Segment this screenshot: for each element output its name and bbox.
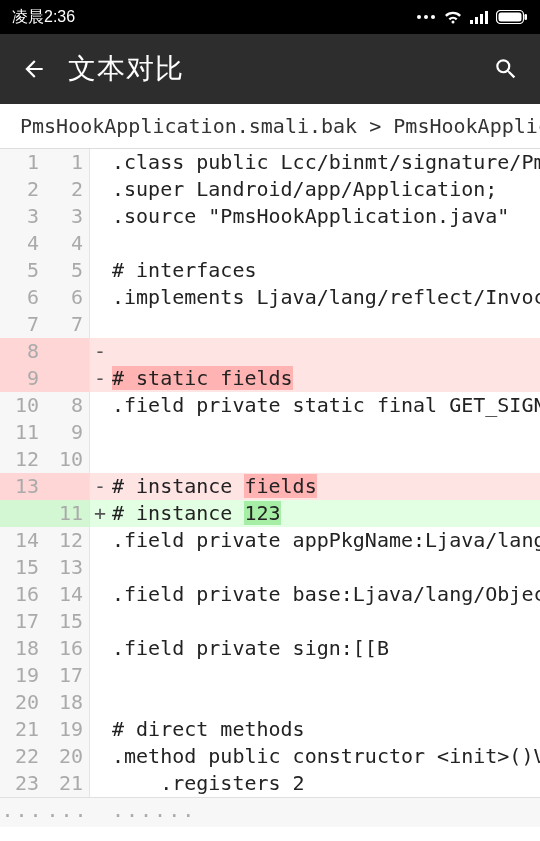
- diff-row[interactable]: 1412 .field private appPkgName:Ljava/lan…: [0, 527, 540, 554]
- diff-highlight-removed: # static fields: [112, 366, 293, 390]
- footer-ell-right: ...: [45, 798, 90, 827]
- line-number-right: 14: [45, 581, 90, 608]
- line-number-left: 18: [0, 635, 45, 662]
- diff-row[interactable]: 2018: [0, 689, 540, 716]
- line-number-right: 20: [45, 743, 90, 770]
- svg-point-2: [431, 15, 435, 19]
- line-number-left: 20: [0, 689, 45, 716]
- diff-sign: [90, 230, 110, 257]
- line-number-right: 21: [45, 770, 90, 797]
- diff-sign: -: [90, 473, 110, 500]
- diff-row[interactable]: 9-# static fields: [0, 365, 540, 392]
- diff-code: [110, 338, 540, 365]
- app-bar: 文本对比: [0, 34, 540, 104]
- diff-row[interactable]: 11+# instance 123: [0, 500, 540, 527]
- diff-sign: [90, 203, 110, 230]
- line-number-right: 19: [45, 716, 90, 743]
- diff-sign: [90, 743, 110, 770]
- line-number-right: [45, 473, 90, 500]
- page-title: 文本对比: [54, 50, 486, 88]
- line-number-left: 14: [0, 527, 45, 554]
- line-number-right: 12: [45, 527, 90, 554]
- svg-point-0: [417, 15, 421, 19]
- diff-row[interactable]: 77: [0, 311, 540, 338]
- diff-sign: [90, 581, 110, 608]
- diff-code: .field private sign:[[B: [110, 635, 540, 662]
- diff-code: [110, 689, 540, 716]
- diff-code: [110, 662, 540, 689]
- line-number-left: 16: [0, 581, 45, 608]
- search-icon: [493, 56, 519, 82]
- search-button[interactable]: [486, 56, 526, 82]
- diff-row[interactable]: 1614 .field private base:Ljava/lang/Obje…: [0, 581, 540, 608]
- back-button[interactable]: [14, 56, 54, 82]
- diff-code: .super Landroid/app/Application;: [110, 176, 540, 203]
- diff-sign: [90, 689, 110, 716]
- diff-sign: [90, 662, 110, 689]
- line-number-left: 3: [0, 203, 45, 230]
- line-number-left: 10: [0, 392, 45, 419]
- diff-code: [110, 311, 540, 338]
- diff-sign: [90, 446, 110, 473]
- line-number-right: 3: [45, 203, 90, 230]
- diff-code: [110, 446, 540, 473]
- line-number-right: [45, 338, 90, 365]
- svg-rect-8: [499, 13, 522, 22]
- diff-code: .field private appPkgName:Ljava/lang/Str: [110, 527, 540, 554]
- wifi-icon: [442, 9, 464, 25]
- diff-highlight-removed: fields: [244, 474, 316, 498]
- diff-code: # instance fields: [110, 473, 540, 500]
- diff-row[interactable]: 1816 .field private sign:[[B: [0, 635, 540, 662]
- status-time: 凌晨2:36: [12, 7, 75, 28]
- footer-ell-left: ...: [0, 798, 45, 827]
- line-number-left: 1: [0, 149, 45, 176]
- diff-row[interactable]: 55 # interfaces: [0, 257, 540, 284]
- diff-row[interactable]: 66 .implements Ljava/lang/reflect/Invoca…: [0, 284, 540, 311]
- svg-rect-3: [470, 20, 473, 24]
- line-number-left: 23: [0, 770, 45, 797]
- diff-sign: [90, 284, 110, 311]
- line-number-left: 7: [0, 311, 45, 338]
- diff-sign: [90, 419, 110, 446]
- diff-row[interactable]: 1917: [0, 662, 540, 689]
- diff-row[interactable]: 33 .source "PmsHookApplication.java": [0, 203, 540, 230]
- line-number-left: 2: [0, 176, 45, 203]
- diff-row[interactable]: 22 .super Landroid/app/Application;: [0, 176, 540, 203]
- diff-row[interactable]: 11 .class public Lcc/binmt/signature/Pms…: [0, 149, 540, 176]
- line-number-right: 6: [45, 284, 90, 311]
- diff-footer[interactable]: ... ... ......: [0, 797, 540, 827]
- diff-code: .field private static final GET_SIGNATUR: [110, 392, 540, 419]
- diff-row[interactable]: 119: [0, 419, 540, 446]
- breadcrumb[interactable]: PmsHookApplication.smali.bak > PmsHookAp…: [0, 104, 540, 149]
- line-number-left: 15: [0, 554, 45, 581]
- diff-code: # direct methods: [110, 716, 540, 743]
- diff-row[interactable]: 1210: [0, 446, 540, 473]
- diff-row[interactable]: 108 .field private static final GET_SIGN…: [0, 392, 540, 419]
- line-number-right: 15: [45, 608, 90, 635]
- line-number-right: 8: [45, 392, 90, 419]
- diff-row[interactable]: 44: [0, 230, 540, 257]
- diff-code: # static fields: [110, 365, 540, 392]
- line-number-left: 9: [0, 365, 45, 392]
- diff-code: .field private base:Ljava/lang/Object;: [110, 581, 540, 608]
- diff-row[interactable]: 2119 # direct methods: [0, 716, 540, 743]
- breadcrumb-right: PmsHookApplication: [393, 114, 540, 138]
- diff-row[interactable]: 8-: [0, 338, 540, 365]
- status-bar: 凌晨2:36: [0, 0, 540, 34]
- diff-code: [110, 419, 540, 446]
- diff-row[interactable]: 13-# instance fields: [0, 473, 540, 500]
- line-number-left: 19: [0, 662, 45, 689]
- line-number-right: 9: [45, 419, 90, 446]
- line-number-right: 10: [45, 446, 90, 473]
- diff-row[interactable]: 2321 .registers 2: [0, 770, 540, 797]
- diff-row[interactable]: 1513: [0, 554, 540, 581]
- diff-row[interactable]: 2220 .method public constructor <init>()…: [0, 743, 540, 770]
- line-number-left: 12: [0, 446, 45, 473]
- line-number-right: 17: [45, 662, 90, 689]
- line-number-left: 13: [0, 473, 45, 500]
- line-number-left: 17: [0, 608, 45, 635]
- line-number-left: 5: [0, 257, 45, 284]
- svg-rect-4: [475, 17, 478, 24]
- diff-viewer[interactable]: 11 .class public Lcc/binmt/signature/Pms…: [0, 149, 540, 797]
- diff-row[interactable]: 1715: [0, 608, 540, 635]
